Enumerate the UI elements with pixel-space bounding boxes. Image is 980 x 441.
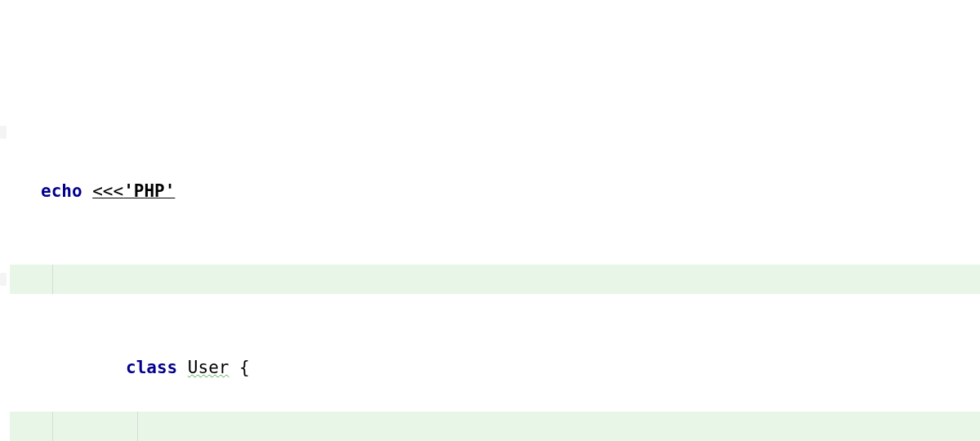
- code-line: public int $id;: [0, 412, 980, 441]
- code-line: class User {: [0, 265, 980, 294]
- diff-margin-added: [10, 265, 41, 294]
- code-line: echo <<<'PHP': [0, 118, 980, 147]
- code-cell: echo <<<'PHP': [41, 118, 980, 147]
- heredoc-open: <<<: [92, 181, 123, 201]
- gutter: [0, 265, 10, 294]
- class-name: User: [188, 358, 229, 377]
- heredoc-label: 'PHP': [123, 181, 175, 201]
- indent-guide: [52, 412, 53, 441]
- diff-margin: [10, 118, 41, 147]
- brace-open: {: [229, 358, 249, 377]
- keyword-class: class: [126, 358, 188, 377]
- gutter: [0, 412, 10, 441]
- gutter: [0, 118, 10, 147]
- diff-margin-added: [10, 412, 41, 441]
- code-editor[interactable]: echo <<<'PHP' class User { public int $i…: [0, 0, 980, 441]
- code-cell: public int $id;: [41, 412, 980, 441]
- indent-guide: [52, 265, 53, 294]
- code-cell: class User {: [41, 265, 980, 294]
- indent-guide: [137, 412, 138, 441]
- keyword-echo: echo: [41, 181, 92, 201]
